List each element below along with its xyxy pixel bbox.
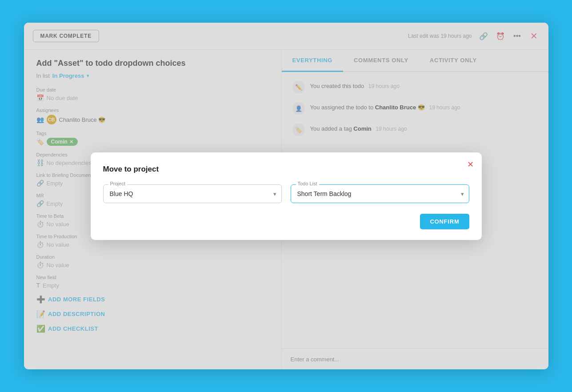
modal-title: Move to project — [103, 165, 469, 174]
confirm-button[interactable]: CONFIRM — [420, 214, 469, 229]
project-field: Project Blue HQ ▾ — [103, 184, 282, 203]
modal-overlay: Move to project ✕ Project Blue HQ ▾ Todo… — [24, 23, 548, 369]
modal-fields: Project Blue HQ ▾ Todo List Short Term B… — [103, 184, 469, 203]
modal-close-icon[interactable]: ✕ — [467, 160, 474, 168]
main-card: MARK COMPLETE Last edit was 19 hours ago… — [24, 23, 548, 369]
project-select[interactable]: Blue HQ — [103, 184, 282, 203]
modal-footer: CONFIRM — [103, 214, 469, 229]
move-to-project-modal: Move to project ✕ Project Blue HQ ▾ Todo… — [91, 152, 482, 240]
todo-list-field: Todo List Short Term Backlog ▾ — [291, 184, 469, 203]
project-label: Project — [108, 181, 127, 186]
todo-list-select[interactable]: Short Term Backlog — [291, 184, 469, 203]
todo-list-label: Todo List — [296, 181, 319, 186]
